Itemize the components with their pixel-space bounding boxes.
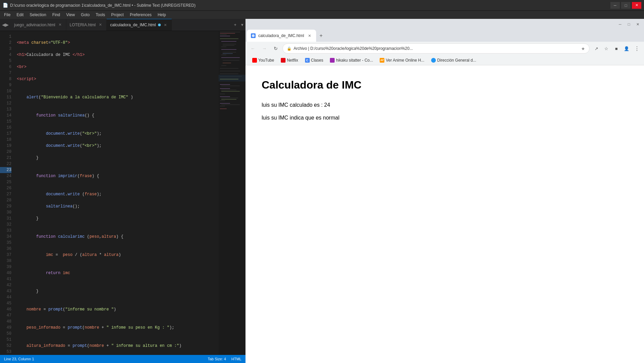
status-bar: Line 23, Column 1 Tab Size: 4 HTML [0, 355, 245, 363]
menu-file[interactable]: File [1, 12, 13, 18]
user-button[interactable]: 👤 [622, 44, 631, 53]
youtube-label: YouTube [258, 58, 274, 63]
menu-edit[interactable]: Edit [14, 12, 26, 18]
netflix-favicon [281, 58, 286, 63]
svg-rect-22 [219, 75, 245, 81]
anime-label: Ver Anime Online H... [386, 58, 424, 63]
share-button[interactable]: ↗ [592, 44, 601, 53]
forward-button[interactable]: → [260, 44, 269, 53]
bookmark-hikaku[interactable]: hikaku sitatter - Co... [327, 57, 376, 64]
browser-title-bar: ─ □ ✕ [245, 19, 644, 30]
svg-rect-17 [221, 65, 226, 66]
unsaved-indicator [158, 24, 161, 26]
window-title: D:\curso oracle\logica de programacion 1… [10, 3, 196, 8]
tab-calculadora[interactable]: calculadora_de_IMC.html ✕ [107, 19, 172, 31]
bookmark-clases[interactable]: C Clases [302, 57, 326, 64]
dir-favicon [431, 58, 436, 63]
line-numbers: 1 2 3 4 5 6 7 8 9 10 11 12 13 14 15 16 1… [0, 31, 14, 355]
browser-tab-active[interactable]: calculadora_de_IMC.html ✕ [247, 30, 316, 42]
tab-add-button[interactable]: + [231, 19, 239, 31]
tab-close-calculadora[interactable]: ✕ [163, 22, 168, 28]
bookmark-netflix[interactable]: Netflix [278, 57, 301, 64]
tab-close-loteria[interactable]: ✕ [98, 22, 103, 28]
bookmark-youtube[interactable]: YouTube [250, 57, 277, 64]
svg-rect-33 [220, 100, 225, 101]
svg-rect-14 [221, 57, 240, 58]
address-bar[interactable]: 🔒 Archivo | D:/curso%20oracle/logica%20d… [282, 43, 590, 54]
window-controls[interactable]: ─ □ ✕ [610, 2, 641, 9]
menu-tools[interactable]: Tools [93, 12, 108, 18]
svg-rect-28 [221, 91, 240, 92]
tab-size: Tab Size: 4 [208, 357, 226, 361]
back-button[interactable]: ← [248, 44, 258, 53]
imc-result-1: luis su IMC calculado es : 24 [262, 102, 628, 108]
maximize-button[interactable]: □ [621, 2, 631, 9]
tab-label-active: calculadora_de_IMC.html [110, 23, 156, 27]
language-mode: HTML [231, 357, 241, 361]
browser-tabs: calculadora_de_IMC.html ✕ + [245, 30, 644, 42]
editor-tab-bar: ◀ ▶ juego_adivinacion.html ✕ LOTERIA.htm… [0, 19, 245, 31]
tab-label: LOTERIA.html [70, 23, 96, 27]
svg-rect-16 [223, 63, 231, 63]
bookmark-anime[interactable]: AF Ver Anime Online H... [377, 57, 427, 64]
refresh-button[interactable]: ↻ [271, 44, 280, 53]
svg-rect-32 [221, 99, 236, 100]
menu-dots-button[interactable]: ⋮ [632, 44, 641, 53]
minimize-button[interactable]: ─ [610, 2, 620, 9]
svg-rect-24 [220, 84, 230, 85]
menu-project[interactable]: Project [109, 12, 126, 18]
svg-rect-19 [220, 71, 240, 71]
menu-goto[interactable]: Goto [78, 12, 92, 18]
editor-panel: ◀ ▶ juego_adivinacion.html ✕ LOTERIA.htm… [0, 19, 245, 363]
extensions-button[interactable]: ■ [612, 44, 621, 53]
title-bar-text: 📄 D:\curso oracle\logica de programacion… [3, 3, 196, 8]
code-editor[interactable]: <meta charset="UTF-8"> <h1>Calculadora d… [14, 31, 219, 355]
svg-rect-6 [221, 41, 236, 42]
hikaku-label: hikaku sitatter - Co... [336, 58, 373, 63]
bookmark-star-icon[interactable]: ★ [581, 46, 585, 51]
svg-rect-4 [220, 36, 230, 36]
menu-preferences[interactable]: Preferences [127, 12, 154, 18]
svg-rect-5 [220, 38, 238, 39]
tab-nav-left[interactable]: ◀ [2, 22, 5, 27]
browser-maximize[interactable]: □ [625, 21, 633, 28]
svg-rect-9 [221, 46, 226, 47]
browser-content: Calculadora de IMC luis su IMC calculado… [245, 65, 644, 363]
menu-find[interactable]: Find [49, 12, 63, 18]
svg-rect-20 [220, 73, 238, 74]
address-text: Archivo | D:/curso%20oracle/logica%20de%… [294, 46, 579, 51]
close-button[interactable]: ✕ [632, 2, 641, 9]
menu-view[interactable]: View [64, 12, 78, 18]
svg-rect-2 [220, 33, 235, 34]
svg-rect-31 [221, 98, 238, 98]
netflix-label: Netflix [287, 58, 298, 63]
tab-nav-right[interactable]: ▶ [5, 22, 9, 27]
imc-result-2: luis su IMC indica que es normal [262, 115, 628, 121]
svg-rect-27 [221, 90, 236, 90]
menu-help[interactable]: Help [155, 12, 169, 18]
status-right: Tab Size: 4 HTML [208, 357, 241, 361]
app-icon: 📄 [3, 3, 8, 8]
bookmark-direccion[interactable]: Dirección General d... [428, 57, 479, 64]
tab-juego-adivinacion[interactable]: juego_adivinacion.html ✕ [11, 19, 66, 31]
menu-selection[interactable]: Selection [27, 12, 49, 18]
browser-nav: ← → ↻ 🔒 Archivo | D:/curso%20oracle/logi… [245, 42, 644, 55]
svg-rect-3 [220, 34, 227, 35]
browser-new-tab[interactable]: + [316, 30, 326, 42]
minimap [219, 31, 245, 355]
browser-minimize[interactable]: ─ [616, 21, 624, 28]
browser-window-controls[interactable]: ─ □ ✕ [616, 21, 641, 28]
svg-rect-37 [220, 108, 227, 109]
tab-list-button[interactable]: ▾ [239, 19, 245, 31]
tab-close-juego[interactable]: ✕ [57, 22, 63, 28]
svg-rect-7 [223, 44, 236, 44]
browser-close[interactable]: ✕ [634, 21, 641, 28]
browser-tab-close[interactable]: ✕ [307, 33, 312, 38]
dir-label: Dirección General d... [437, 58, 476, 63]
svg-rect-34 [220, 103, 230, 104]
address-lock-icon: 🔒 [287, 46, 292, 51]
svg-rect-10 [221, 49, 236, 50]
bookmark-button[interactable]: ☆ [602, 44, 611, 53]
tab-loteria[interactable]: LOTERIA.html ✕ [66, 19, 107, 31]
main-layout: ◀ ▶ juego_adivinacion.html ✕ LOTERIA.htm… [0, 19, 644, 363]
